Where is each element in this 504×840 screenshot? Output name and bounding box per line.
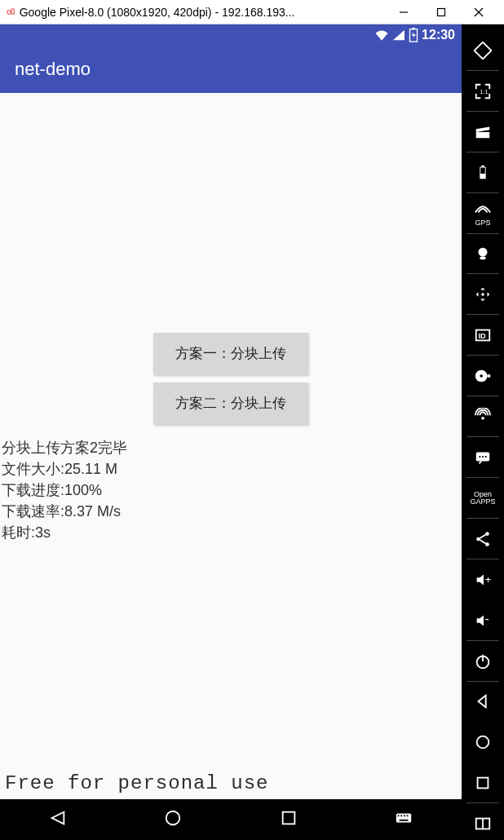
identifiers-button[interactable]: ID — [462, 319, 504, 351]
disk-button[interactable] — [462, 360, 504, 392]
device-screen: x 12:30 net-demo 方案一：分块上传 方案二：分块上传 分块上传方… — [0, 24, 462, 840]
svg-rect-6 — [412, 28, 415, 29]
watermark-text: Free for personal use — [5, 772, 268, 794]
sms-button[interactable] — [462, 441, 504, 474]
log-line-speed: 下载速率:8.37 M/s — [2, 501, 460, 522]
android-status-bar: x 12:30 — [0, 24, 462, 46]
host-window-titlebar: o0 Google Pixel-8.0 (1080x1920, 420dpi) … — [0, 0, 504, 24]
fit-to-scale-button[interactable]: 1:1 — [462, 75, 504, 108]
svg-text:+: + — [485, 573, 492, 585]
host-logo: o0 — [7, 7, 15, 16]
svg-rect-40 — [478, 778, 489, 789]
app-title: net-demo — [15, 59, 91, 80]
dpad-button[interactable] — [462, 278, 504, 311]
log-line-elapsed: 耗时:3s — [2, 522, 460, 543]
log-line-status: 分块上传方案2完毕 — [2, 437, 460, 458]
rotate-button[interactable] — [462, 34, 504, 67]
emulator-toolbar: 1:1 GPS ID OpenGAPPS + - — [462, 24, 504, 840]
share-button[interactable] — [462, 523, 504, 555]
svg-rect-9 — [396, 814, 411, 823]
gps-button[interactable]: GPS — [462, 197, 504, 230]
battery-button[interactable] — [462, 157, 504, 189]
upload-log: 分块上传方案2完毕 文件大小:25.11 M 下载进度:100% 下载速率:8.… — [0, 432, 462, 543]
nav-keyboard-button[interactable] — [395, 809, 413, 830]
svg-point-39 — [477, 736, 489, 749]
tool-multiwindow-button[interactable] — [462, 807, 504, 840]
svg-point-22 — [481, 294, 484, 297]
camera-button[interactable] — [462, 238, 504, 271]
android-nav-bar — [0, 799, 462, 840]
svg-point-29 — [479, 456, 480, 458]
host-window-title: Google Pixel-8.0 (1080x1920, 420dpi) - 1… — [20, 6, 385, 19]
svg-point-31 — [485, 456, 487, 458]
log-line-size: 文件大小:25.11 M — [2, 458, 460, 480]
svg-text:-: - — [485, 612, 489, 625]
volume-down-button[interactable]: - — [462, 604, 504, 637]
option-two-button[interactable]: 方案二：分块上传 — [153, 382, 308, 424]
svg-point-30 — [482, 456, 484, 458]
svg-point-20 — [479, 248, 488, 257]
nav-back-button[interactable] — [49, 809, 67, 830]
nav-recent-button[interactable] — [280, 809, 298, 830]
open-gapps-button[interactable]: OpenGAPPS — [462, 482, 504, 515]
network-button[interactable] — [462, 400, 504, 433]
clapperboard-button[interactable] — [462, 116, 504, 148]
svg-rect-10 — [398, 815, 400, 816]
window-minimize-button[interactable] — [385, 0, 422, 24]
app-bar: net-demo — [0, 46, 462, 93]
svg-point-26 — [480, 374, 483, 378]
svg-rect-19 — [480, 167, 485, 173]
cell-signal-icon — [392, 29, 405, 41]
svg-rect-13 — [407, 815, 409, 816]
svg-point-27 — [481, 417, 484, 420]
svg-rect-1 — [438, 8, 445, 15]
status-time: 12:30 — [422, 28, 455, 42]
svg-text:1:1: 1:1 — [480, 88, 488, 95]
log-line-progress: 下载进度:100% — [2, 480, 460, 501]
tool-back-button[interactable] — [462, 686, 504, 718]
svg-point-7 — [166, 811, 180, 825]
svg-rect-15 — [475, 42, 492, 60]
tool-home-button[interactable] — [462, 726, 504, 758]
battery-charging-icon — [409, 28, 418, 42]
window-close-button[interactable] — [460, 0, 497, 24]
window-maximize-button[interactable] — [422, 0, 460, 24]
nav-home-button[interactable] — [164, 809, 182, 830]
svg-rect-12 — [404, 815, 405, 816]
svg-rect-14 — [400, 820, 409, 821]
option-one-button[interactable]: 方案一：分块上传 — [153, 333, 308, 374]
svg-rect-18 — [481, 166, 484, 167]
svg-rect-11 — [401, 815, 403, 816]
power-button[interactable] — [462, 645, 504, 678]
wifi-icon: x — [374, 29, 389, 41]
svg-rect-21 — [480, 257, 485, 260]
svg-text:ID: ID — [479, 332, 487, 340]
app-content: 方案一：分块上传 方案二：分块上传 分块上传方案2完毕 文件大小:25.11 M… — [0, 93, 462, 799]
volume-up-button[interactable]: + — [462, 564, 504, 596]
tool-recent-button[interactable] — [462, 767, 504, 799]
svg-rect-8 — [282, 812, 294, 825]
